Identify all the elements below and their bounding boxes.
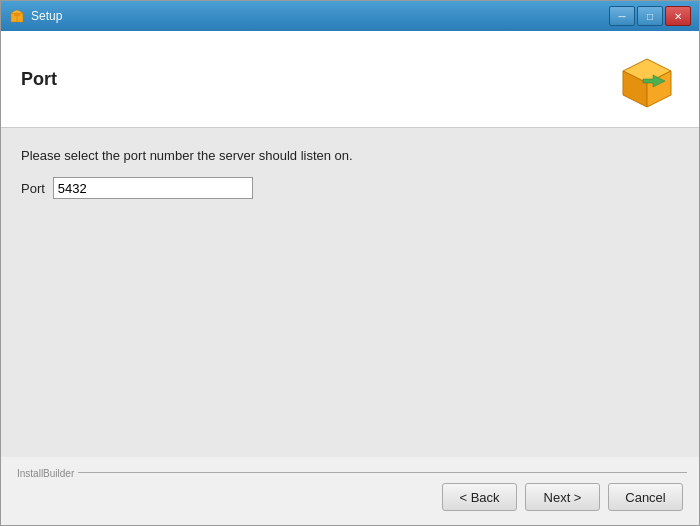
header-section: Port — [1, 31, 699, 128]
minimize-button[interactable]: ─ — [609, 6, 635, 26]
close-button[interactable]: ✕ — [665, 6, 691, 26]
back-button[interactable]: < Back — [442, 483, 517, 511]
port-row: Port — [21, 177, 679, 199]
footer-area: InstallBuilder < Back Next > Cancel — [1, 457, 699, 525]
page-title: Port — [21, 69, 57, 90]
description-text: Please select the port number the server… — [21, 148, 679, 163]
installbuilder-label-container: InstallBuilder — [1, 457, 699, 472]
port-input[interactable] — [53, 177, 253, 199]
port-label: Port — [21, 181, 45, 196]
installbuilder-label: InstallBuilder — [13, 468, 78, 479]
cancel-button[interactable]: Cancel — [608, 483, 683, 511]
svg-rect-3 — [14, 13, 20, 16]
setup-window: Setup ─ □ ✕ Port Please select the port … — [0, 0, 700, 526]
header-icon — [615, 47, 679, 111]
restore-button[interactable]: □ — [637, 6, 663, 26]
titlebar: Setup ─ □ ✕ — [1, 1, 699, 31]
titlebar-icon — [9, 8, 25, 24]
window-title: Setup — [31, 9, 609, 23]
footer-buttons: < Back Next > Cancel — [1, 473, 699, 525]
next-button[interactable]: Next > — [525, 483, 600, 511]
window-controls: ─ □ ✕ — [609, 6, 691, 26]
content-area: Please select the port number the server… — [1, 128, 699, 457]
footer-divider — [13, 472, 687, 473]
